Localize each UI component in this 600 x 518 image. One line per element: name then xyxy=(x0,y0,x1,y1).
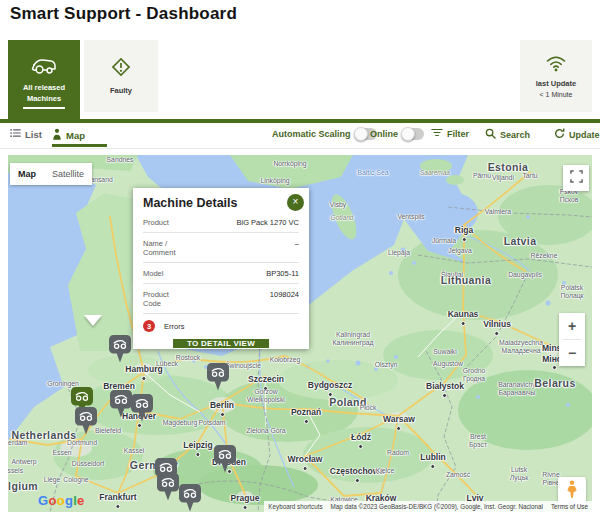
fullscreen-button[interactable] xyxy=(563,165,589,191)
zoom-in-button[interactable]: + xyxy=(559,313,585,339)
page-title: Smart Support - Dashboard xyxy=(10,4,237,24)
google-logo[interactable]: Google xyxy=(38,493,85,508)
close-icon[interactable]: × xyxy=(287,194,304,211)
tab-list[interactable]: List xyxy=(10,128,42,140)
errors-label: Errors xyxy=(164,322,184,331)
machine-details-rows: ProductBiG Pack 1270 VCName / Comment–Mo… xyxy=(143,212,299,314)
map-attribution: Keyboard shortcuts Map data ©2023 GeoBas… xyxy=(264,501,592,512)
last-update-value: < 1 Minute xyxy=(540,91,573,98)
filter-all-released-machines[interactable]: All released Machines xyxy=(8,40,80,119)
automatic-scaling-label: Automatic Scaling xyxy=(272,129,351,139)
tab-map-label: Map xyxy=(66,130,85,141)
filter-all-released-label-1: All released xyxy=(23,83,65,93)
filter-faulty[interactable]: Faulty xyxy=(84,40,158,112)
machine-marker[interactable] xyxy=(109,335,131,364)
person-pin-icon xyxy=(52,128,62,142)
filter-button[interactable]: Filter xyxy=(431,128,469,139)
online-label: Online xyxy=(370,129,398,139)
last-update-card[interactable]: last Update < 1 Minute xyxy=(520,40,592,112)
zoom-control: + − xyxy=(559,313,585,366)
online-toggle[interactable] xyxy=(402,128,424,140)
faulty-warning-diamond-icon xyxy=(109,55,133,83)
machine-details-popup: Machine Details × ProductBiG Pack 1270 V… xyxy=(133,188,309,349)
refresh-icon xyxy=(554,128,565,141)
popup-tail xyxy=(84,315,102,326)
toggle-knob xyxy=(401,127,415,141)
to-detail-view-button[interactable]: TO DETAIL VIEW xyxy=(173,339,269,348)
machine-details-title: Machine Details xyxy=(143,196,299,210)
map-type-satellite-button[interactable]: Satellite xyxy=(44,169,92,179)
machine-marker[interactable] xyxy=(179,484,201,512)
error-count-badge: 3 xyxy=(143,320,155,332)
map-type-control: Map Satellite xyxy=(10,163,92,185)
wifi-icon xyxy=(544,54,568,76)
filter-all-released-label-2: Machines xyxy=(27,94,61,104)
map-data-attribution: Map data ©2023 GeoBasis-DE/BKG (©2009), … xyxy=(327,501,547,512)
zoom-out-button[interactable]: − xyxy=(559,340,585,366)
detail-row: ProductBiG Pack 1270 VC xyxy=(143,212,299,233)
machine-marker[interactable] xyxy=(157,473,179,502)
map-type-map-button[interactable]: Map xyxy=(10,169,44,179)
pegman-icon xyxy=(566,480,578,503)
keyboard-shortcuts-link[interactable]: Keyboard shortcuts xyxy=(264,501,326,512)
filter-label: Filter xyxy=(447,129,469,139)
active-tab-underline xyxy=(52,144,107,147)
update-label: Update xyxy=(569,130,600,140)
search-label: Search xyxy=(500,130,530,140)
tab-list-label: List xyxy=(25,129,42,140)
selected-indicator xyxy=(23,107,65,109)
machine-marker[interactable] xyxy=(131,394,153,423)
machine-marker-selected[interactable] xyxy=(207,363,229,392)
online-control: Online xyxy=(370,128,424,140)
terms-of-use-link[interactable]: Terms of Use xyxy=(547,501,592,512)
search-icon xyxy=(485,128,496,141)
map-canvas[interactable]: SandnesKristiansandNorrköpingLinköpingBa… xyxy=(8,155,592,512)
detail-row: ModelBP305-11 xyxy=(143,263,299,284)
filter-faulty-label: Faulty xyxy=(110,86,132,96)
machine-marker[interactable] xyxy=(110,390,132,419)
search-button[interactable]: Search xyxy=(485,128,530,141)
update-button[interactable]: Update xyxy=(554,128,600,141)
tab-bar: List Map Automatic Scaling Online Filter… xyxy=(0,123,600,149)
fullscreen-icon xyxy=(570,169,583,187)
toggle-knob xyxy=(354,127,368,141)
baler-machine-icon xyxy=(30,55,58,80)
machine-marker[interactable] xyxy=(75,407,97,436)
filter-icon xyxy=(431,128,443,139)
last-update-label: last Update xyxy=(536,79,576,89)
errors-row: 3 Errors xyxy=(143,314,299,337)
detail-row: Name / Comment– xyxy=(143,233,299,263)
machine-marker[interactable] xyxy=(214,445,236,474)
automatic-scaling-control: Automatic Scaling xyxy=(272,128,377,140)
tab-map[interactable]: Map xyxy=(52,128,85,142)
list-icon xyxy=(10,128,21,140)
detail-row: Product Code1098024 xyxy=(143,284,299,314)
